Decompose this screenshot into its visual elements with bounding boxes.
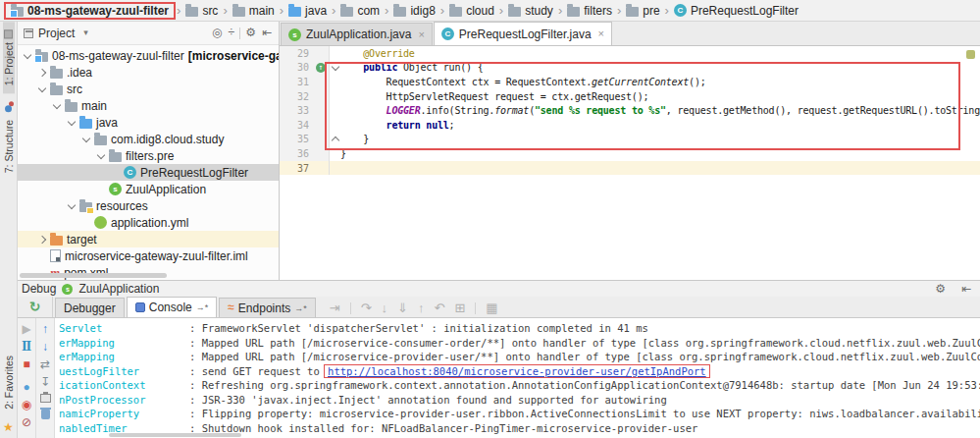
package-icon [109,152,122,162]
scroll-end-icon[interactable]: ↧ [40,376,50,389]
stripe-button-1-project[interactable]: 1: Project [3,22,15,93]
editor-tab-prerequestlogfilter-java[interactable]: CPreRequestLogFilter.java× [434,22,612,45]
force-step-into-icon[interactable]: ⇓ [397,301,408,314]
resume-icon[interactable]: ▶ [22,323,30,336]
tree-item-main[interactable]: main [18,97,279,114]
breadcrumb-item-study[interactable]: study [504,3,557,19]
override-method-icon[interactable]: ↑ [316,63,326,73]
tree-item-src[interactable]: src [18,81,279,97]
tab-focus-marker: →* [294,303,307,313]
folder-icon [65,102,77,112]
down-stack-icon[interactable]: ↓ [42,341,48,354]
stop-icon[interactable]: ■ [23,358,29,371]
show-execution-point-icon[interactable]: ⇥ [330,301,340,314]
chevron-down-icon[interactable] [68,204,76,208]
mute-breakpoints-icon[interactable]: ⊘ [22,416,31,429]
chevron-down-icon[interactable] [38,87,46,91]
fold-marker-icon[interactable] [329,61,340,76]
tree-item-resources[interactable]: resources [18,197,279,214]
settings-gear-icon[interactable]: ⚙ [242,27,259,39]
print-icon[interactable] [40,394,51,403]
tree-item-filters-pre[interactable]: filters.pre [18,147,279,164]
override-method-icon[interactable]: ↑ [313,61,329,76]
chevron-down-icon[interactable]: ▾ [83,27,88,39]
hide-panel-icon[interactable]: ⇤ [958,283,974,296]
breadcrumb-item-main[interactable]: main [229,3,279,19]
chevron-down-icon[interactable] [24,54,31,58]
chevron-right-icon[interactable] [38,237,46,243]
chevron-down-icon[interactable] [68,121,76,125]
spring-config-icon [94,216,107,229]
breadcrumb-item-cloud[interactable]: cloud [445,3,498,19]
breadcrumb-item-pre[interactable]: pre [622,3,663,19]
thread-dump-icon[interactable]: ● [23,381,29,394]
stripe-button-7-structure[interactable]: 7: Structure [3,93,15,181]
folder-icon [508,7,521,17]
tree-item-prerequestlogfilter[interactable]: CPreRequestLogFilter [18,164,279,181]
breadcrumb-item-src[interactable]: src [181,3,222,19]
pause-icon[interactable]: Ⅱ [22,341,31,354]
debug-tab-endpoints[interactable]: ≈Endpoints→* [219,298,315,317]
tree-item-microservice-gateway-zuul-filter-iml[interactable]: microservice-gateway-zuul-filter.iml [18,247,279,264]
breadcrumb-item-com[interactable]: com [336,3,384,19]
tree-item-08-ms-gateway-zuul-filter[interactable]: 08-ms-gateway-zuul-filter [microservice-… [18,47,279,64]
tree-item-label: com.idig8.cloud.study [111,133,224,146]
breadcrumb-item-idig8[interactable]: idig8 [389,3,438,19]
settings-gear-icon[interactable]: ⚙ [932,283,949,296]
project-panel-header: Project ▾ ◎÷⚙⇤ [18,22,279,45]
breadcrumb-item-java[interactable]: java [284,3,331,19]
console-horizontal-scrollbar[interactable] [109,433,241,437]
console-logger-name: namicProperty [59,408,189,419]
breadcrumb-item-filters[interactable]: filters [563,3,616,19]
line-number: 37 [280,161,313,176]
view-breakpoints-icon[interactable]: ◉ [22,399,31,411]
soft-wrap-icon[interactable]: ⇄ [40,358,50,371]
folder-icon [50,69,63,79]
debug-tab-console[interactable]: Console→* [127,297,218,317]
project-horizontal-scrollbar[interactable] [20,273,167,278]
chevron-down-icon[interactable] [97,154,105,158]
collapse-all-icon[interactable]: ÷ [226,27,238,39]
stripe-button-2-favorites[interactable]: 2: Favorites [3,348,15,417]
drop-frame-icon[interactable]: ↶ [434,301,444,314]
evaluate-expression-icon[interactable]: ⊞ [454,301,465,314]
hide-panel-icon[interactable]: ⇤ [259,27,275,39]
console-link[interactable]: http://localhost:8040/microservice-provi… [328,365,706,377]
tree-item-com-idig8-cloud-study[interactable]: com.idig8.cloud.study [18,131,279,147]
chevron-down-icon[interactable] [82,137,90,141]
debug-tab-debugger[interactable]: Debugger [55,298,125,317]
tree-item-zuulapplication[interactable]: sZuulApplication [18,181,279,197]
up-stack-icon[interactable]: ↑ [42,323,48,336]
folder-icon [449,7,462,17]
tree-item-target[interactable]: target [18,231,279,247]
fold-marker-icon[interactable] [329,133,340,147]
line-number: 33 [280,103,313,118]
code-editor[interactable]: 29 @Override30↑ public Object run() {31 … [280,46,980,280]
breadcrumb-item-prerequestlogfilter[interactable]: CPreRequestLogFilter [670,3,802,19]
breadcrumb-item-08-ms-gateway-zuul-filter[interactable]: 08-ms-gateway-zuul-filter [4,2,176,20]
console-output[interactable]: Servlet: FrameworkServlet 'dispatcherSer… [55,318,980,438]
restore-layout-icon[interactable]: ▦ [486,301,497,314]
tree-item-idea[interactable]: .idea [18,64,279,81]
clear-all-icon[interactable] [41,410,50,419]
chevron-down-icon[interactable] [53,104,61,108]
rerun-button[interactable]: ↻ [18,297,53,317]
editor-tab-zuulapplication-java[interactable]: sZuulApplication.java× [281,23,433,45]
debug-tab-label: Console [149,301,192,314]
inspections-indicator-icon[interactable] [966,50,975,59]
code-text: public Object run() { [340,62,484,73]
tree-item-java[interactable]: java [18,114,279,131]
close-icon[interactable]: × [418,28,424,41]
more-icon[interactable]: » [24,434,30,438]
editor-tab-label: PreRequestLogFilter.java [459,27,592,41]
step-out-icon[interactable]: ↑ [418,301,425,314]
close-icon[interactable]: × [598,27,604,40]
code-text: } [340,148,346,159]
gutter-cell [313,103,329,118]
chevron-right-icon[interactable] [38,70,46,76]
locate-icon[interactable]: ◎ [209,27,225,39]
tree-item-application-yml[interactable]: application.yml [18,214,279,231]
step-into-icon[interactable]: ↓ [382,301,388,314]
step-over-icon[interactable]: ↷ [361,301,372,314]
gutter-cell [313,146,329,161]
